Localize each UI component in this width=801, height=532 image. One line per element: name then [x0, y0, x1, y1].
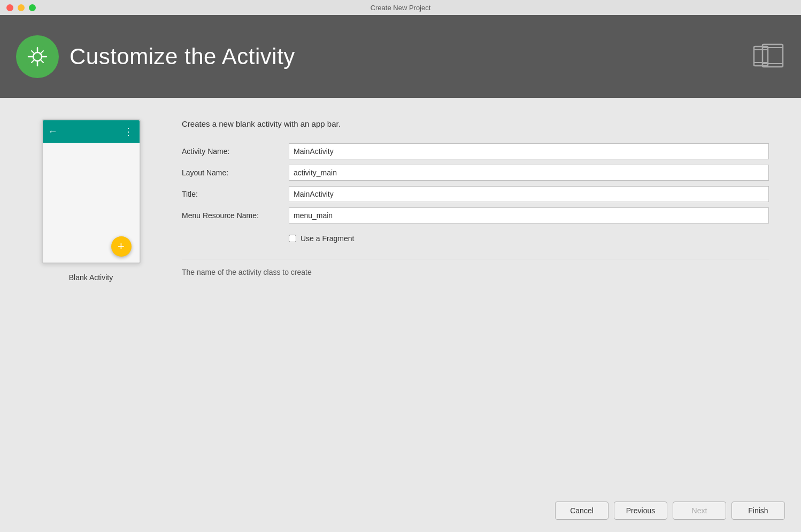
close-button[interactable] [6, 4, 13, 11]
phone-top-bar: ← ⋮ [43, 120, 140, 143]
layout-name-input[interactable] [289, 165, 769, 181]
fab-button: + [111, 236, 132, 257]
form-description: Creates a new blank activity with an app… [182, 119, 769, 128]
previous-button[interactable]: Previous [614, 502, 667, 520]
menu-resource-name-label: Menu Resource Name: [182, 211, 289, 220]
next-button[interactable]: Next [673, 502, 726, 520]
activity-name-input[interactable] [289, 143, 769, 159]
title-row: Title: [182, 186, 769, 202]
window-controls [6, 4, 36, 11]
form-pane: Creates a new blank activity with an app… [182, 119, 769, 468]
title-label: Title: [182, 190, 289, 198]
layout-name-label: Layout Name: [182, 168, 289, 177]
android-logo [16, 35, 59, 78]
back-arrow-icon: ← [48, 126, 58, 137]
preview-pane: ← ⋮ + Blank Activity [32, 119, 150, 468]
activity-name-label: Activity Name: [182, 147, 289, 156]
header: Customize the Activity [0, 15, 801, 98]
helper-text: The name of the activity class to create [182, 268, 769, 276]
menu-resource-name-row: Menu Resource Name: [182, 207, 769, 223]
finish-button[interactable]: Finish [731, 502, 785, 520]
devices-icon [753, 40, 785, 74]
fragment-checkbox-row: Use a Fragment [289, 234, 769, 243]
title-bar: Create New Project [0, 0, 801, 15]
layout-name-row: Layout Name: [182, 165, 769, 181]
maximize-button[interactable] [29, 4, 36, 11]
overflow-icon: ⋮ [124, 126, 134, 137]
footer: Cancel Previous Next Finish [0, 489, 801, 532]
minimize-button[interactable] [18, 4, 25, 11]
title-input[interactable] [289, 186, 769, 202]
phone-mockup: ← ⋮ + [42, 119, 141, 264]
android-logo-svg [24, 43, 51, 70]
cancel-button[interactable]: Cancel [555, 502, 609, 520]
page-title: Customize the Activity [70, 44, 295, 70]
activity-name-row: Activity Name: [182, 143, 769, 159]
phone-body: + [43, 143, 140, 264]
use-fragment-label: Use a Fragment [301, 234, 354, 243]
main-content: ← ⋮ + Blank Activity Creates a new blank… [0, 98, 801, 489]
menu-resource-name-input[interactable] [289, 207, 769, 223]
activity-type-label: Blank Activity [69, 273, 113, 282]
use-fragment-checkbox[interactable] [289, 235, 296, 242]
divider [182, 259, 769, 259]
window-title: Create New Project [371, 4, 431, 12]
